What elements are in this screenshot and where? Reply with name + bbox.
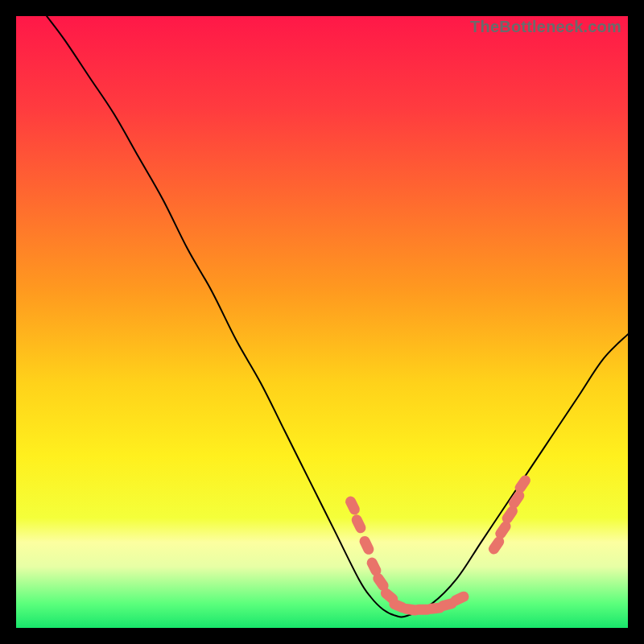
watermark-text: TheBottleneck.com [470,18,621,36]
chart-svg [16,16,628,628]
chart-frame: TheBottleneck.com [0,0,644,644]
plot-area: TheBottleneck.com [16,16,628,628]
chart-background [16,16,628,628]
